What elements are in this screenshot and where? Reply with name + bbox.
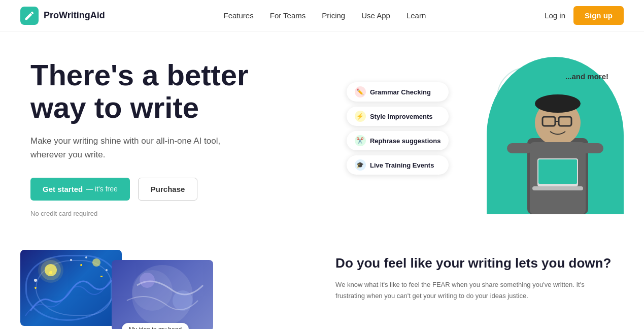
login-button[interactable]: Log in — [545, 11, 565, 20]
feature-card-style: ⚡ Style Improvements — [347, 107, 449, 126]
style-label: Style Improvements — [370, 113, 433, 120]
rephrase-icon: ✂️ — [355, 135, 366, 146]
logo-text: ProWritingAid — [44, 10, 105, 21]
image-card-2: My idea in my head — [112, 260, 213, 329]
more-label: ...and more! — [565, 72, 608, 81]
section2-text: Do you feel like your writing lets you d… — [335, 250, 614, 302]
purchase-button[interactable]: Purchase — [138, 178, 198, 201]
nav-features[interactable]: Features — [224, 11, 254, 20]
abstract-svg — [112, 260, 213, 329]
nav-actions: Log in Sign up — [545, 6, 624, 25]
section2-description: We know what it's like to feel the FEAR … — [335, 279, 614, 302]
svg-point-18 — [106, 269, 108, 271]
hero-buttons: Get started — it's free Purchase — [30, 178, 357, 201]
logo-svg — [24, 10, 35, 21]
grammar-label: Grammar Checking — [370, 88, 431, 96]
starry-night-bg — [20, 250, 122, 326]
grammar-icon: ✏️ — [355, 86, 366, 97]
section2-images: My idea in my head — [20, 250, 305, 329]
svg-rect-9 — [532, 186, 583, 190]
svg-point-23 — [173, 290, 193, 311]
get-started-button[interactable]: Get started — it's free — [30, 178, 130, 201]
feature-card-training: 🎓 Live Training Events — [347, 155, 449, 175]
logo-link[interactable]: ProWritingAid — [20, 7, 105, 25]
hero-subtitle: Make your writing shine with our all-in-… — [30, 134, 244, 161]
signup-button[interactable]: Sign up — [573, 6, 624, 25]
svg-rect-10 — [507, 143, 532, 153]
section2-title: Do you feel like your writing lets you d… — [335, 255, 614, 272]
training-label: Live Training Events — [370, 161, 434, 169]
svg-point-19 — [85, 256, 87, 258]
svg-rect-8 — [538, 159, 577, 184]
feature-card-grammar: ✏️ Grammar Checking — [347, 82, 449, 102]
training-icon: 🎓 — [355, 159, 366, 171]
nav-links: Features For Teams Pricing Use App Learn — [224, 11, 426, 20]
svg-point-14 — [38, 257, 63, 283]
svg-rect-11 — [578, 143, 603, 153]
navbar: ProWritingAid Features For Teams Pricing… — [0, 0, 644, 31]
section2: My idea in my head Do you feel like your… — [0, 240, 644, 329]
tooltip-text: My idea in my head — [129, 326, 182, 329]
svg-point-15 — [92, 258, 100, 267]
logo-icon — [20, 7, 39, 25]
feature-cards: ✏️ Grammar Checking ⚡ Style Improvements… — [347, 82, 449, 175]
svg-point-5 — [535, 94, 581, 113]
no-credit-text: No credit card required — [30, 210, 357, 217]
feature-card-rephrase: ✂️ Rephrase suggestions — [347, 131, 449, 150]
hero-section: There's a better way to write Make your … — [0, 31, 644, 240]
free-label: — it's free — [86, 185, 118, 193]
nav-for-teams[interactable]: For Teams — [270, 11, 306, 20]
rephrase-label: Rephrase suggestions — [370, 137, 440, 145]
nav-use-app[interactable]: Use App — [361, 11, 390, 20]
hero-content: There's a better way to write Make your … — [30, 59, 357, 217]
hero-title-line1: There's a better — [30, 58, 249, 91]
hero-image-area: ✏️ Grammar Checking ⚡ Style Improvements… — [357, 57, 624, 219]
nav-pricing[interactable]: Pricing — [322, 11, 345, 20]
svg-point-22 — [140, 273, 155, 288]
svg-point-17 — [70, 259, 72, 261]
starry-svg — [20, 250, 122, 326]
get-started-label: Get started — [43, 185, 83, 193]
nav-learn[interactable]: Learn — [406, 11, 426, 20]
svg-point-16 — [34, 279, 37, 282]
style-icon: ⚡ — [355, 111, 366, 122]
hero-title-line2: way to write — [30, 91, 199, 124]
image-card-1 — [20, 250, 122, 326]
hero-title: There's a better way to write — [30, 59, 357, 124]
tooltip-box: My idea in my head — [122, 323, 189, 329]
